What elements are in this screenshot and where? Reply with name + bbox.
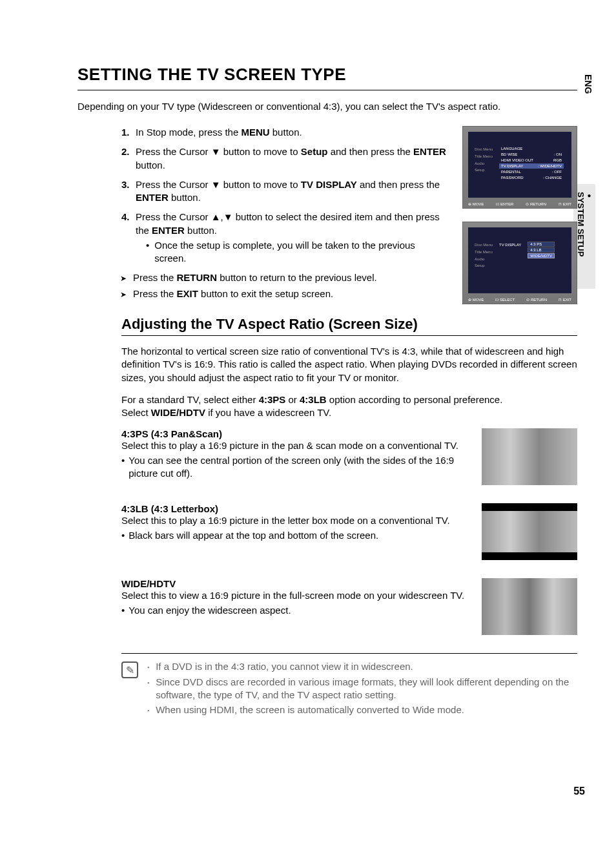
aspect-description: The horizontal to vertical screen size r… <box>77 345 577 384</box>
option-desc: Select this to play a 16:9 picture in th… <box>121 439 470 452</box>
divider <box>121 335 577 336</box>
notes-block: If a DVD is in the 4:3 ratio, you cannot… <box>77 660 577 718</box>
aspect-thumbnail <box>482 578 577 635</box>
aspect-option: 4:3PS (4:3 Pan&Scan) Select this to play… <box>77 428 577 485</box>
divider <box>77 90 577 90</box>
note-item: Since DVD discs are recorded in various … <box>147 676 577 702</box>
option-bullet: You can enjoy the widescreen aspect. <box>121 604 470 617</box>
aspect-option: WIDE/HDTV Select this to view a 16:9 pic… <box>77 578 577 635</box>
standard-tv-note: For a standard TV, select either 4:3PS o… <box>77 393 577 420</box>
option-title: WIDE/HDTV <box>121 578 470 589</box>
steps-list: 1.In Stop mode, press the MENU button.2.… <box>77 126 447 265</box>
arrow-list: Press the RETURN button to return to the… <box>77 271 447 300</box>
intro-text: Depending on your TV type (Widescreen or… <box>77 101 577 112</box>
aspect-thumbnail <box>482 503 577 560</box>
options-list: 4:3PS (4:3 Pan&Scan) Select this to play… <box>77 428 577 635</box>
option-bullet: You can see the central portion of the s… <box>121 454 470 481</box>
aspect-option: 4:3LB (4:3 Letterbox) Select this to pla… <box>77 503 577 560</box>
step-item: 1.In Stop mode, press the MENU button. <box>121 126 447 139</box>
option-desc: Select this to view a 16:9 picture in th… <box>121 589 470 602</box>
option-desc: Select this to play a 16:9 picture in th… <box>121 514 470 527</box>
subheading: Adjusting the TV Aspect Ratio (Screen Si… <box>77 316 577 333</box>
steps-column: 1.In Stop mode, press the MENU button.2.… <box>77 126 447 304</box>
lang-label: ENG <box>583 74 593 94</box>
aspect-thumbnail <box>482 428 577 485</box>
page-number: 55 <box>573 786 585 797</box>
option-title: 4:3PS (4:3 Pan&Scan) <box>121 428 470 439</box>
osd-screenshot-1: SETUP Disc MenuTitle MenuAudioSetup LANG… <box>462 126 577 209</box>
osd-column: SETUP Disc MenuTitle MenuAudioSetup LANG… <box>462 126 577 304</box>
step-item: 2.Press the Cursor ▼ button to move to S… <box>121 145 447 172</box>
notes-list: If a DVD is in the 4:3 ratio, you cannot… <box>147 660 577 718</box>
divider <box>121 653 577 654</box>
instructions-row: 1.In Stop mode, press the MENU button.2.… <box>77 126 577 304</box>
page-title: SETTING THE TV SCREEN TYPE <box>77 65 577 85</box>
page-content: SETTING THE TV SCREEN TYPE Depending on … <box>0 0 616 744</box>
step-item: 4.Press the Cursor ▲,▼ button to select … <box>121 211 447 265</box>
arrow-item: Press the EXIT button to exit the setup … <box>77 287 447 300</box>
option-title: 4:3LB (4:3 Letterbox) <box>121 503 470 514</box>
note-item: If a DVD is in the 4:3 ratio, you cannot… <box>147 660 577 673</box>
note-icon <box>121 661 138 678</box>
note-item: When using HDMI, the screen is automatic… <box>147 703 577 716</box>
step-item: 3.Press the Cursor ▼ button to move to T… <box>121 178 447 205</box>
option-bullet: Black bars will appear at the top and bo… <box>121 529 470 542</box>
arrow-item: Press the RETURN button to return to the… <box>77 271 447 284</box>
osd-screenshot-2: SETUP Disc MenuTitle MenuAudioSetup TV D… <box>462 222 577 304</box>
